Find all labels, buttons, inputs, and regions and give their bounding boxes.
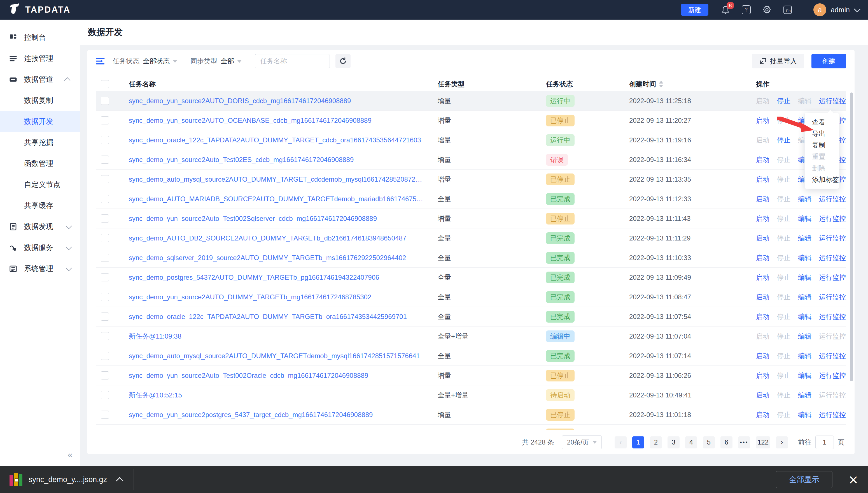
context-menu-item-export[interactable]: 导出 bbox=[805, 128, 839, 139]
monitor-action-link[interactable]: 运行监控 bbox=[819, 430, 846, 430]
vertical-scrollbar[interactable] bbox=[850, 92, 853, 381]
task-name-link[interactable]: sync_demo_postgres_54372AUTO_DUMMY_TARGE… bbox=[129, 274, 425, 281]
start-action-link[interactable]: 启动 bbox=[756, 410, 770, 419]
prev-page-button[interactable]: ‹ bbox=[615, 436, 626, 448]
row-checkbox[interactable] bbox=[101, 371, 109, 380]
context-menu-item-copy[interactable]: 复制 bbox=[805, 139, 839, 151]
sidebar-item-data-service[interactable]: 数据服务 bbox=[0, 237, 80, 258]
task-name-link[interactable]: sync_demo_yun_source2postgres_5437_targe… bbox=[129, 411, 425, 419]
username[interactable]: admin bbox=[831, 6, 850, 14]
edit-action-link[interactable]: 编辑 bbox=[798, 194, 812, 203]
start-action-link[interactable]: 启动 bbox=[756, 351, 770, 360]
task-status-filter-value[interactable]: 全部状态 bbox=[143, 57, 170, 66]
start-action-link[interactable]: 启动 bbox=[756, 234, 770, 243]
monitor-action-link[interactable]: 运行监控 bbox=[819, 351, 846, 360]
sidebar-item-data-development[interactable]: 数据开发 bbox=[0, 111, 80, 132]
sidebar-item-data-pipeline[interactable]: 数据管道 bbox=[0, 69, 80, 90]
edit-action-link[interactable]: 编辑 bbox=[798, 430, 812, 430]
settings-gear-icon[interactable] bbox=[762, 5, 772, 15]
row-checkbox[interactable] bbox=[101, 195, 109, 203]
monitor-action-link[interactable]: 运行监控 bbox=[819, 253, 846, 262]
notifications-bell-icon[interactable]: 8 bbox=[721, 5, 730, 15]
start-action-link[interactable]: 启动 bbox=[756, 175, 770, 184]
row-checkbox[interactable] bbox=[101, 313, 109, 321]
sort-created-time-icon[interactable] bbox=[659, 81, 663, 87]
stop-action-link[interactable]: 停止 bbox=[777, 136, 791, 145]
task-name-link[interactable]: sync_demo_AUTO_DB2_SOURCE2AUTO_DUMMY_TAR… bbox=[129, 234, 425, 242]
edit-action-link[interactable]: 编辑 bbox=[798, 253, 812, 262]
task-name-link[interactable]: sync_demo_AUTO_MARIADB_SOURCE2AUTO_DUMMY… bbox=[129, 195, 425, 203]
row-checkbox[interactable] bbox=[101, 234, 109, 242]
show-all-downloads-button[interactable]: 全部显示 bbox=[776, 471, 832, 488]
task-name-link[interactable]: sync_demo_yun_source2AUTO_DUMMY_TARGETb_… bbox=[129, 293, 425, 301]
row-checkbox[interactable] bbox=[101, 136, 109, 144]
monitor-action-link[interactable]: 运行监控 bbox=[819, 312, 846, 321]
avatar[interactable]: a bbox=[814, 3, 826, 16]
language-icon[interactable]: En bbox=[783, 5, 793, 15]
page-button-2[interactable]: 2 bbox=[650, 436, 662, 448]
user-menu-chevron-down-icon[interactable] bbox=[854, 6, 861, 12]
monitor-action-link[interactable]: 运行监控 bbox=[819, 371, 846, 380]
sidebar-item-data-replication[interactable]: 数据复制 bbox=[0, 90, 80, 111]
task-name-link[interactable]: sync_demo_auto_mysql_source2AUTO_DUMMY_T… bbox=[129, 175, 425, 183]
start-action-link[interactable]: 启动 bbox=[756, 430, 770, 430]
task-name-link[interactable]: sync_demo_oracle_122c_TAPDATA2AUTO_DUMMY… bbox=[129, 136, 425, 144]
sidebar-item-function-management[interactable]: 函数管理 bbox=[0, 153, 80, 174]
batch-import-button[interactable]: 批量导入 bbox=[752, 54, 804, 68]
monitor-action-link[interactable]: 运行监控 bbox=[819, 234, 846, 243]
row-checkbox[interactable] bbox=[101, 254, 109, 262]
row-checkbox[interactable] bbox=[101, 411, 109, 419]
sync-type-caret-icon[interactable] bbox=[237, 60, 242, 63]
row-checkbox[interactable] bbox=[101, 214, 109, 222]
task-name-link[interactable]: sync_demo_sqlserver_2019_source2AUTO_DUM… bbox=[129, 254, 425, 262]
sidebar-item-console[interactable]: 控制台 bbox=[0, 27, 80, 48]
edit-action-link[interactable]: 编辑 bbox=[798, 410, 812, 419]
edit-action-link[interactable]: 编辑 bbox=[798, 332, 812, 341]
page-button-4[interactable]: 4 bbox=[685, 436, 697, 448]
task-name-link[interactable]: sync_demo_auto_mysql_source2AUTO_DUMMY_T… bbox=[129, 352, 425, 360]
sidebar-item-system-management[interactable]: 系统管理 bbox=[0, 258, 80, 279]
edit-action-link[interactable]: 编辑 bbox=[798, 234, 812, 243]
start-action-link[interactable]: 启动 bbox=[756, 214, 770, 223]
start-action-link[interactable]: 启动 bbox=[756, 253, 770, 262]
start-action-link[interactable]: 启动 bbox=[756, 293, 770, 302]
edit-action-link[interactable]: 编辑 bbox=[798, 371, 812, 380]
task-name-link[interactable]: sync_demo_yun_source2AUTO_OCEANBASE_cdcb… bbox=[129, 116, 425, 125]
start-action-link[interactable]: 启动 bbox=[756, 371, 770, 380]
row-checkbox[interactable] bbox=[101, 352, 109, 360]
sync-type-filter-value[interactable]: 全部 bbox=[221, 57, 234, 66]
monitor-action-link[interactable]: 运行监控 bbox=[819, 214, 846, 223]
start-action-link[interactable]: 启动 bbox=[756, 116, 770, 125]
filter-lines-icon[interactable] bbox=[96, 57, 105, 65]
last-page-button[interactable]: 122 bbox=[756, 436, 770, 448]
monitor-action-link[interactable]: 运行监控 bbox=[819, 410, 846, 419]
start-action-link[interactable]: 启动 bbox=[756, 155, 770, 164]
sidebar-item-data-discovery[interactable]: 数据发现 bbox=[0, 216, 80, 237]
pagination-ellipsis[interactable]: ••• bbox=[738, 436, 750, 448]
task-name-link[interactable]: sync_demo_yun_source2AUTO_DORIS_cdcb_mg1… bbox=[129, 97, 425, 105]
sidebar-item-shared-mining[interactable]: 共享挖掘 bbox=[0, 132, 80, 153]
row-checkbox[interactable] bbox=[101, 175, 109, 183]
task-status-caret-icon[interactable] bbox=[173, 60, 178, 63]
page-size-select[interactable]: 20条/页 bbox=[562, 435, 602, 449]
edit-action-link[interactable]: 编辑 bbox=[798, 391, 812, 400]
context-menu-item-view[interactable]: 查看 bbox=[805, 116, 839, 128]
help-icon[interactable]: ? bbox=[741, 5, 751, 15]
close-download-bar-icon[interactable]: × bbox=[848, 473, 859, 486]
monitor-action-link[interactable]: 运行监控 bbox=[819, 97, 846, 105]
page-button-1[interactable]: 1 bbox=[632, 436, 644, 448]
task-name-link[interactable]: 新任务@10:52:15 bbox=[129, 391, 425, 400]
task-name-link[interactable]: sync_demo_yun_source2Auto_Test002Oracle_… bbox=[129, 372, 425, 380]
page-button-3[interactable]: 3 bbox=[667, 436, 680, 448]
row-checkbox[interactable] bbox=[101, 116, 109, 125]
context-menu-item-add-tag[interactable]: 添加标签 bbox=[805, 174, 839, 185]
row-checkbox[interactable] bbox=[101, 273, 109, 281]
row-checkbox[interactable] bbox=[101, 391, 109, 399]
start-action-link[interactable]: 启动 bbox=[756, 391, 770, 400]
task-name-search-input[interactable] bbox=[255, 54, 330, 68]
sidebar-collapse-button[interactable]: « bbox=[67, 450, 72, 460]
edit-action-link[interactable]: 编辑 bbox=[798, 273, 812, 282]
edit-action-link[interactable]: 编辑 bbox=[798, 351, 812, 360]
task-name-link[interactable]: sync_demo_oracle_122c_TAPDATA2AUTO_DUMMY… bbox=[129, 313, 425, 321]
sidebar-item-shared-cache[interactable]: 共享缓存 bbox=[0, 195, 80, 216]
